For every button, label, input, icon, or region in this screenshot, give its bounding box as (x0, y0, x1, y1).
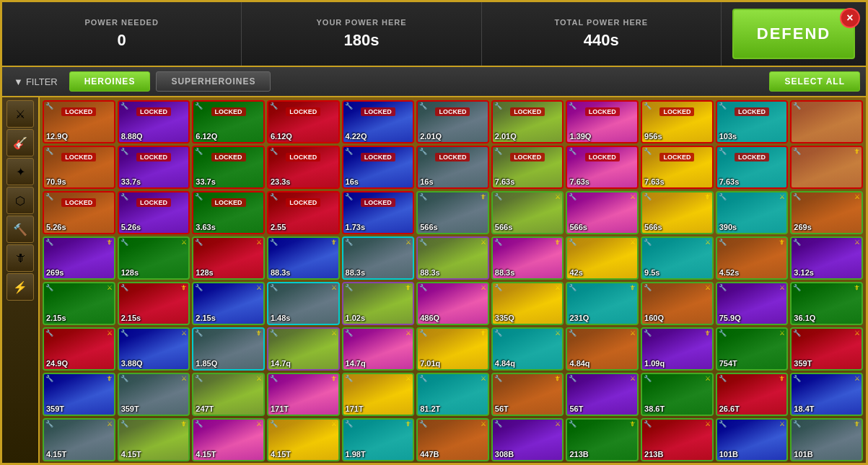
card-item[interactable]: 🔧🗡26.6T (716, 373, 789, 416)
card-item[interactable]: 🔧⚔160Q (641, 282, 714, 325)
card-item[interactable]: 🔧🗡4.15T (118, 418, 190, 461)
card-item[interactable]: LOCKED🔧7.63s (566, 146, 639, 189)
heroines-tab[interactable]: HEROINES (69, 71, 151, 92)
card-item[interactable]: LOCKED🔧6.12Q (192, 100, 265, 143)
card-item[interactable]: 🔧 (790, 100, 863, 143)
card-item[interactable]: LOCKED🔧7.63s (641, 146, 714, 189)
card-item[interactable]: 🔧⚔308B (491, 418, 564, 461)
card-item[interactable]: 🔧⚔3.88Q (118, 327, 190, 371)
card-item[interactable]: LOCKED🔧956s (641, 100, 714, 143)
select-all-button[interactable]: SELECT ALL (769, 71, 860, 92)
card-item[interactable]: LOCKED🔧33.7s (192, 146, 265, 189)
sidebar-icon-lightning[interactable]: ⚡ (6, 273, 34, 301)
card-item[interactable]: 🔧🗡1.85Q (192, 327, 265, 371)
card-item[interactable]: LOCKED🔧4.22Q (342, 100, 415, 143)
sidebar-icon-hex[interactable]: ⬡ (6, 187, 34, 214)
card-item[interactable]: 🔧⚔88.3s (342, 236, 415, 280)
card-item[interactable]: 🔧⚔566s (566, 191, 639, 234)
card-item[interactable]: 🔧⚔56T (566, 373, 639, 416)
card-item[interactable]: 🔧🗡359T (43, 373, 115, 416)
card-item[interactable]: LOCKED🔧5.26s (118, 191, 190, 234)
card-item[interactable]: 🔧⚔247T (192, 373, 265, 416)
card-item[interactable]: 🔧🗡231Q (566, 282, 639, 325)
card-item[interactable]: LOCKED🔧6.12Q (267, 100, 340, 143)
card-item[interactable]: LOCKED🔧16s (416, 146, 489, 189)
card-item[interactable]: 🔧⚔390s (716, 191, 789, 234)
card-item[interactable]: 🔧⚔14.7q (267, 327, 340, 371)
card-item[interactable]: 🔧🗡566s (416, 191, 489, 234)
card-item[interactable]: 🔧⚔9.5s (641, 236, 714, 280)
card-item[interactable]: 🔧⚔566s (491, 191, 564, 234)
card-item[interactable]: LOCKED🔧5.26s (43, 191, 115, 234)
card-item[interactable]: 🔧⚔88.3s (416, 236, 489, 280)
card-item[interactable]: LOCKED🔧12.9Q (43, 100, 115, 143)
card-item[interactable]: 🔧⚔128s (192, 236, 265, 280)
card-item[interactable]: LOCKED🔧8.88Q (118, 100, 190, 143)
card-item[interactable]: 🔧⚔4.84q (566, 327, 639, 371)
card-item[interactable]: LOCKED🔧33.7s (118, 146, 190, 189)
card-item[interactable]: 🔧⚔38.6T (641, 373, 714, 416)
card-item[interactable]: LOCKED🔧23.3s (267, 146, 340, 189)
card-item[interactable]: LOCKED🔧7.63s (716, 146, 789, 189)
card-item[interactable]: LOCKED🔧2.55 (267, 191, 340, 234)
card-item[interactable]: 🔧⚔101B (716, 418, 789, 461)
card-item[interactable]: 🔧⚔81.2T (416, 373, 489, 416)
card-item[interactable]: 🔧⚔4.84q (491, 327, 564, 371)
card-item[interactable]: LOCKED🔧3.63s (192, 191, 265, 234)
card-item[interactable]: LOCKED🔧70.9s (43, 146, 115, 189)
card-item[interactable]: 🔧⚔42s (566, 236, 639, 280)
card-item[interactable]: 🔧⚔128s (118, 236, 190, 280)
card-item[interactable]: 🔧⚔14.7q (342, 327, 415, 371)
card-item[interactable]: 🔧⚔754T (716, 327, 789, 371)
card-item[interactable]: 🔧⚔4.15T (267, 418, 340, 461)
card-item[interactable]: 🔧🗡1.09q (641, 327, 714, 371)
card-item[interactable]: 🔧⚔18.4T (790, 373, 863, 416)
card-item[interactable]: 🔧🗡36.1Q (790, 282, 863, 325)
card-item[interactable]: 🔧⚔3.12s (790, 236, 863, 280)
close-button[interactable]: × (840, 8, 860, 28)
sidebar-icon-hammer[interactable]: 🔨 (6, 216, 34, 243)
card-item[interactable]: 🔧⚔1.48s (267, 282, 340, 325)
card-item[interactable]: 🔧⚔335Q (491, 282, 564, 325)
sidebar-icon-sword[interactable]: ⚔ (6, 100, 34, 128)
card-item[interactable]: 🔧⚔359T (118, 373, 190, 416)
filter-button[interactable]: ▼ FILTER (8, 74, 63, 90)
card-item[interactable]: 🔧🗡2.15s (118, 282, 190, 325)
card-item[interactable]: 🔧🗡88.3s (491, 236, 564, 280)
card-item[interactable]: 🔧⚔2.15s (192, 282, 265, 325)
card-item[interactable]: 🔧🗡213B (566, 418, 639, 461)
sidebar-icon-guitar[interactable]: 🎸 (6, 129, 34, 156)
card-item[interactable]: LOCKED🔧2.01Q (491, 100, 564, 143)
card-item[interactable]: 🔧🗡269s (43, 236, 115, 280)
card-item[interactable]: 🔧⚔2.15s (43, 282, 115, 325)
card-item[interactable]: 🔧⚔4.15T (43, 418, 115, 461)
card-item[interactable]: 🔧🗡 (790, 146, 863, 189)
card-item[interactable]: 🔧🗡101B (790, 418, 863, 461)
card-item[interactable]: 🔧⚔24.9Q (43, 327, 115, 371)
card-item[interactable]: 🔧⚔213B (641, 418, 714, 461)
card-item[interactable]: 🔧⚔171T (342, 373, 415, 416)
card-item[interactable]: 🔧⚔4.15T (192, 418, 265, 461)
card-item[interactable]: LOCKED🔧103s (716, 100, 789, 143)
card-item[interactable]: LOCKED🔧16s (342, 146, 415, 189)
sidebar-icon-dagger[interactable]: 🗡 (6, 244, 34, 272)
card-item[interactable]: LOCKED🔧7.63s (491, 146, 564, 189)
card-item[interactable]: 🔧⚔447B (416, 418, 489, 461)
card-item[interactable]: LOCKED🔧2.01Q (416, 100, 489, 143)
card-item[interactable]: 🔧⚔486Q (416, 282, 489, 325)
sidebar-icon-star[interactable]: ✦ (6, 158, 34, 185)
card-item[interactable]: 🔧⚔75.9Q (716, 282, 789, 325)
card-item[interactable]: 🔧⚔269s (790, 191, 863, 234)
card-item[interactable]: LOCKED🔧1.39Q (566, 100, 639, 143)
card-item[interactable]: 🔧🗡88.3s (267, 236, 340, 280)
card-item[interactable]: 🔧🗡56T (491, 373, 564, 416)
card-item[interactable]: 🔧🗡7.01q (416, 327, 489, 371)
card-item[interactable]: 🔧🗡1.98T (342, 418, 415, 461)
defend-button[interactable]: DEFEND (732, 9, 855, 59)
card-item[interactable]: 🔧🗡171T (267, 373, 340, 416)
card-item[interactable]: 🔧⚔359T (790, 327, 863, 371)
card-item[interactable]: 🔧🗡4.52s (716, 236, 789, 280)
card-item[interactable]: 🔧🗡566s (641, 191, 714, 234)
card-item[interactable]: 🔧🗡1.02s (342, 282, 415, 325)
card-item[interactable]: LOCKED🔧1.73s (342, 191, 415, 234)
